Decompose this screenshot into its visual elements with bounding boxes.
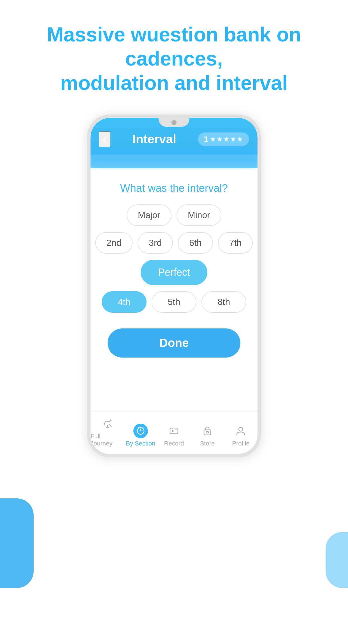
phone-notch — [159, 118, 189, 127]
bg-decoration-left — [0, 498, 34, 588]
options-row-2: 2nd 3rd 6th 7th — [95, 232, 253, 254]
page-title: Massive wuestion bank on cadences, modul… — [17, 22, 331, 95]
by-section-icon — [133, 424, 148, 438]
phone-screen: ‹ Interval 1 ★★★★★ What was the interval… — [91, 118, 257, 454]
option-6th[interactable]: 6th — [178, 232, 213, 254]
header-row: ‹ Interval 1 ★★★★★ — [99, 131, 249, 147]
store-icon — [200, 424, 215, 438]
done-button[interactable]: Done — [108, 328, 241, 358]
phone-container: ‹ Interval 1 ★★★★★ What was the interval… — [0, 109, 348, 457]
difficulty-badge: 1 ★★★★★ — [198, 132, 249, 146]
option-5th[interactable]: 5th — [152, 291, 196, 313]
full-journey-icon — [100, 416, 115, 431]
svg-rect-6 — [204, 430, 211, 435]
profile-icon — [233, 424, 248, 438]
options-row-1: Major Minor — [127, 204, 221, 226]
option-3rd[interactable]: 3rd — [138, 232, 173, 254]
difficulty-stars: ★★★★★ — [210, 135, 243, 143]
record-icon — [167, 424, 181, 438]
profile-label: Profile — [232, 440, 249, 447]
bg-decoration-right — [326, 532, 348, 588]
svg-rect-7 — [206, 431, 208, 433]
options-row-3: Perfect — [141, 260, 207, 285]
option-major[interactable]: Major — [127, 204, 171, 226]
nav-item-record[interactable]: Record — [157, 424, 191, 447]
option-8th[interactable]: 8th — [201, 291, 246, 313]
phone-mockup: ‹ Interval 1 ★★★★★ What was the interval… — [87, 115, 261, 457]
app-content: What was the interval? Major Minor 2nd 3… — [91, 168, 257, 412]
option-2nd[interactable]: 2nd — [95, 232, 133, 254]
by-section-label: By Section — [126, 440, 155, 447]
nav-item-full-journey[interactable]: Full Journey — [91, 416, 124, 447]
page-title-area: Massive wuestion bank on cadences, modul… — [0, 0, 348, 109]
full-journey-label: Full Journey — [91, 433, 124, 447]
svg-point-0 — [110, 419, 112, 421]
options-row-4: 4th 5th 8th — [102, 291, 246, 313]
option-minor[interactable]: Minor — [177, 204, 221, 226]
nav-item-store[interactable]: Store — [191, 424, 224, 447]
bottom-nav: Full Journey By Section — [91, 412, 257, 454]
phone-volume-button — [87, 163, 88, 179]
phone-power-button — [260, 157, 261, 182]
store-label: Store — [200, 440, 215, 447]
option-4th[interactable]: 4th — [102, 291, 147, 313]
question-text: What was the interval? — [102, 182, 246, 194]
back-button[interactable]: ‹ — [99, 131, 110, 147]
screen-title: Interval — [133, 132, 177, 146]
nav-item-by-section[interactable]: By Section — [124, 424, 157, 447]
svg-point-8 — [239, 427, 243, 431]
difficulty-number: 1 — [204, 135, 208, 144]
options-grid: Major Minor 2nd 3rd 6th 7th Perfect — [102, 204, 246, 313]
record-label: Record — [164, 440, 184, 447]
done-section: Done — [102, 323, 246, 366]
option-7th[interactable]: 7th — [218, 232, 253, 254]
nav-item-profile[interactable]: Profile — [224, 424, 257, 447]
option-perfect[interactable]: Perfect — [141, 260, 207, 285]
